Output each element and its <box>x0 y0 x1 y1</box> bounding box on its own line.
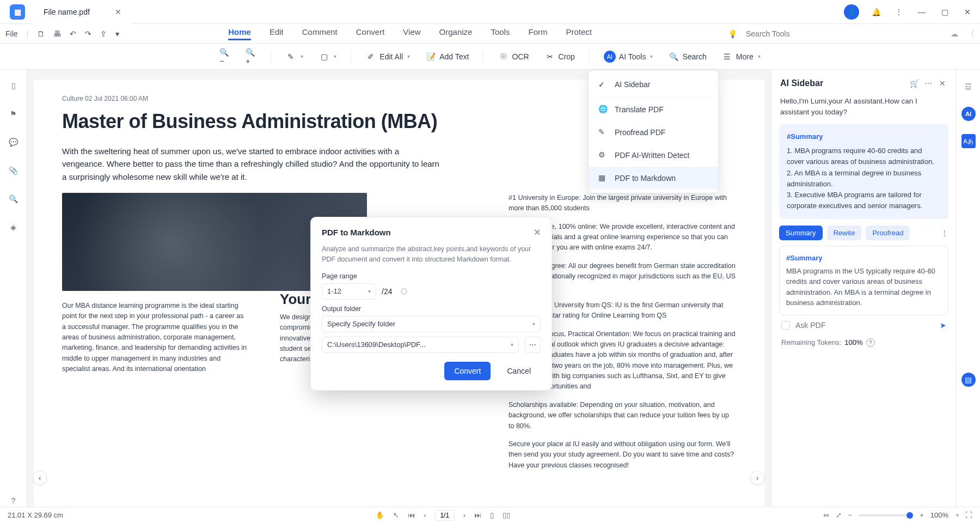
settings-sliders-icon[interactable]: ☲ <box>961 80 976 94</box>
add-text-button[interactable]: 📝Add Text <box>422 49 472 64</box>
range-radio[interactable] <box>401 288 407 295</box>
page-number-input[interactable] <box>435 510 455 521</box>
cancel-button[interactable]: Cancel <box>497 362 541 380</box>
dd-proofread[interactable]: ✎Proofread PDF <box>589 121 718 144</box>
collapse-ribbon-icon[interactable]: 〈 <box>967 29 975 39</box>
ocr-button[interactable]: ⦾OCR <box>494 49 532 64</box>
modal-title: PDF to Markdown <box>322 228 391 237</box>
chip-more-icon[interactable]: ⋮ <box>941 229 948 238</box>
minimize-icon[interactable]: — <box>916 6 928 18</box>
search-tools-input[interactable] <box>746 29 822 38</box>
modal-close-icon[interactable]: ✕ <box>534 227 541 238</box>
comment-icon[interactable]: 💬 <box>8 136 20 148</box>
ask-pdf-input[interactable] <box>795 321 934 330</box>
cloud-upload-icon[interactable]: ☁ <box>951 29 958 38</box>
ai-sidebar: AI Sidebar 🛒 ⋯ ✕ Hello,I'm Lumi,your AI … <box>771 70 956 507</box>
tab-tools[interactable]: Tools <box>491 27 510 40</box>
chip-summary[interactable]: Summary <box>779 226 823 240</box>
shape-button[interactable]: ▢▾ <box>315 49 340 64</box>
hand-tool-icon[interactable]: ✋ <box>376 511 384 519</box>
bookmark-icon[interactable]: ⚑ <box>8 108 20 120</box>
edit-all-button[interactable]: ✐Edit All▾ <box>362 49 413 64</box>
undo-icon[interactable]: ↶ <box>70 29 76 38</box>
doc-colC-7: Secure your place at IU easily and witho… <box>509 439 736 471</box>
page-range-select[interactable]: 1-12▾ <box>322 283 376 300</box>
tab-filename: File name.pdf <box>44 8 90 16</box>
tokens-help-icon[interactable]: ? <box>866 338 875 347</box>
ai-tools-button[interactable]: AIAI Tools▾ <box>601 48 657 65</box>
fullscreen-icon[interactable]: ⛶ <box>965 511 972 519</box>
chip-proofread[interactable]: Proofread <box>866 226 910 240</box>
close-tab-icon[interactable]: ✕ <box>115 8 121 16</box>
ai-close-icon[interactable]: ✕ <box>938 79 947 88</box>
crop-button[interactable]: ✂Crop <box>541 49 578 64</box>
search-rail-icon[interactable]: 🔍 <box>8 193 20 205</box>
zoom-slider[interactable] <box>859 514 913 516</box>
next-page-icon[interactable]: › <box>463 511 465 519</box>
browse-path-button[interactable]: ⋯ <box>524 337 541 353</box>
next-page-floating[interactable]: › <box>750 471 764 485</box>
window-close-icon[interactable]: ✕ <box>961 6 973 18</box>
last-page-icon[interactable]: ⏭ <box>474 511 481 519</box>
tab-convert[interactable]: Convert <box>356 27 385 40</box>
ai-rail-icon[interactable]: AI <box>961 107 976 121</box>
bell-icon[interactable]: 🔔 <box>870 6 882 18</box>
translate-rail-icon[interactable]: Aあ <box>961 134 976 148</box>
app-logo[interactable]: ▦ <box>10 4 25 20</box>
user-avatar[interactable]: 👤 <box>844 4 859 20</box>
zoom-in-status-icon[interactable]: + <box>920 511 924 519</box>
redo-icon[interactable]: ↷ <box>85 29 91 38</box>
layout-facing-icon[interactable]: ▯▯ <box>503 511 510 519</box>
dd-translate[interactable]: 🌐Translate PDF <box>589 98 718 121</box>
send-icon[interactable]: ➤ <box>940 321 946 330</box>
more-quick-icon[interactable]: ▾ <box>115 29 119 38</box>
save-icon[interactable]: 🗋 <box>37 29 45 38</box>
zoom-out-status-icon[interactable]: − <box>848 511 853 519</box>
fit-width-icon[interactable]: ⇔ <box>823 511 829 519</box>
output-path-field[interactable]: C:\Users\13609\Desktop\PDF...▾ <box>322 337 519 353</box>
help-icon[interactable]: ? <box>8 495 20 507</box>
select-tool-icon[interactable]: ↖ <box>393 511 399 519</box>
tab-protect[interactable]: Protect <box>566 27 592 40</box>
layers-icon[interactable]: ◈ <box>8 221 20 233</box>
tab-form[interactable]: Form <box>528 27 547 40</box>
cart-icon[interactable]: 🛒 <box>909 79 919 88</box>
file-menu[interactable]: File <box>5 29 18 38</box>
kebab-icon[interactable]: ⋮ <box>893 6 905 18</box>
share-icon[interactable]: ⇪ <box>100 29 107 38</box>
left-rail: ▯ ⚑ 💬 📎 🔍 ◈ ? <box>0 70 27 507</box>
doc-dimensions: 21.01 X 29.69 cm <box>8 511 63 519</box>
tab-view[interactable]: View <box>403 27 420 40</box>
document-tab[interactable]: File name.pdf ✕ <box>34 0 131 24</box>
more-button[interactable]: ☰More▾ <box>719 49 764 64</box>
chat-rail-icon[interactable]: ▤ <box>961 373 976 387</box>
prev-page-icon[interactable]: ‹ <box>424 511 426 519</box>
fit-page-icon[interactable]: ⤢ <box>836 511 842 519</box>
page-thumb-icon[interactable]: ▯ <box>8 80 20 92</box>
tab-edit[interactable]: Edit <box>270 27 284 40</box>
first-page-icon[interactable]: ⏮ <box>408 511 415 519</box>
chip-rewrite[interactable]: Rewite <box>827 226 862 240</box>
idea-icon[interactable]: 💡 <box>728 29 737 38</box>
search-button[interactable]: 🔍Search <box>665 49 709 64</box>
dd-pdf-markdown[interactable]: ▦PDF to Markdown <box>589 167 718 190</box>
ai-more-icon[interactable]: ⋯ <box>923 79 933 88</box>
prev-page-floating[interactable]: ‹ <box>33 471 47 485</box>
tab-home[interactable]: Home <box>228 27 251 40</box>
zoom-out-button[interactable]: 🔍− <box>216 49 234 64</box>
highlight-button[interactable]: ✎▾ <box>282 49 307 64</box>
attachment-icon[interactable]: 📎 <box>8 165 20 177</box>
dd-ai-sidebar[interactable]: ✓AI Sidebar <box>589 74 718 95</box>
convert-button[interactable]: Convert <box>444 362 491 380</box>
print-icon[interactable]: 🖶 <box>53 29 61 38</box>
maximize-icon[interactable]: ▢ <box>939 6 951 18</box>
layout-single-icon[interactable]: ▯ <box>490 511 494 519</box>
tab-comment[interactable]: Comment <box>302 27 338 40</box>
ask-checkbox[interactable] <box>781 321 790 330</box>
output-folder-select[interactable]: Specify Specify folder▾ <box>322 316 541 332</box>
ai-tools-dropdown: ✓AI Sidebar 🌐Translate PDF ✎Proofread PD… <box>588 70 719 193</box>
doc-colA: Our MBA distance learning programme is t… <box>62 301 247 375</box>
dd-ai-detect[interactable]: ⚙PDF AI-Written Detect <box>589 144 718 167</box>
zoom-in-button[interactable]: 🔍+ <box>242 49 260 64</box>
tab-organize[interactable]: Organize <box>439 27 473 40</box>
